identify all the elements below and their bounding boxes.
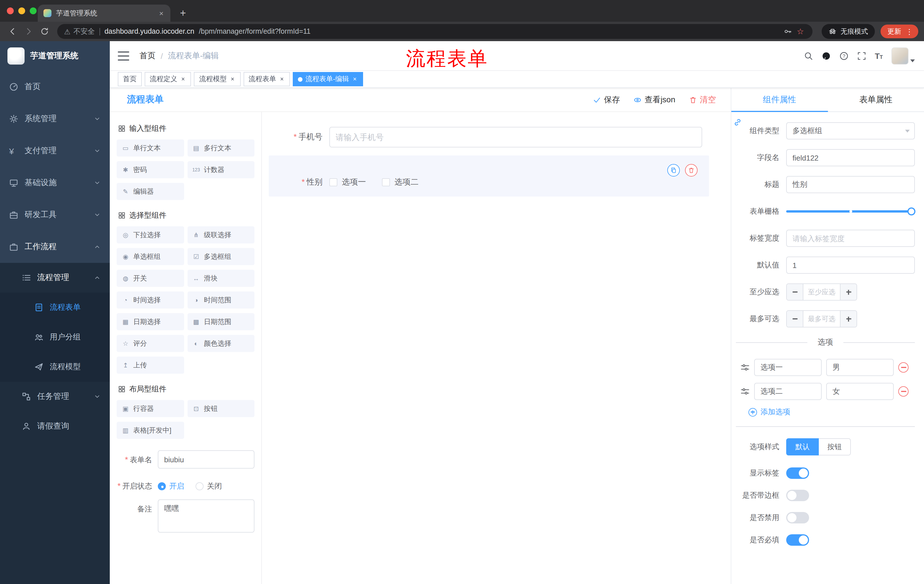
sidebar-item-workflow[interactable]: 工作流程 <box>0 231 110 263</box>
canvas-field-gender[interactable]: *性别 选项一 选项二 <box>269 155 709 197</box>
palette-item-row-container[interactable]: ▣行容器 <box>117 400 184 417</box>
new-tab-button[interactable]: + <box>175 5 191 21</box>
gender-option-1-checkbox[interactable]: 选项一 <box>329 177 366 188</box>
sidebar-item-infrastructure[interactable]: 基础设施 <box>0 167 110 199</box>
tab-component-props[interactable]: 组件属性 <box>731 88 828 112</box>
palette-item-select[interactable]: ◎下拉选择 <box>117 226 184 243</box>
sidebar-item-system[interactable]: 系统管理 <box>0 103 110 135</box>
tab-close-icon[interactable]: × <box>158 9 165 17</box>
title-input[interactable] <box>786 176 915 193</box>
disabled-toggle[interactable] <box>786 512 809 523</box>
zoom-window-button[interactable] <box>30 7 36 14</box>
user-menu[interactable] <box>891 47 915 64</box>
password-key-icon[interactable] <box>784 28 792 35</box>
sidebar-item-task-management[interactable]: 任务管理 <box>0 382 110 411</box>
palette-item-table[interactable]: ▥表格[开发中] <box>117 422 184 439</box>
option-value-input[interactable] <box>826 359 894 376</box>
link-icon[interactable] <box>733 118 742 128</box>
tag-home[interactable]: 首页 <box>118 72 142 86</box>
border-toggle[interactable] <box>786 490 809 501</box>
style-default-button[interactable]: 默认 <box>786 438 819 456</box>
sidebar-item-process-form[interactable]: 流程表单 <box>0 293 110 322</box>
field-name-input[interactable] <box>786 149 915 166</box>
palette-item-color-picker[interactable]: ◐颜色选择 <box>187 335 254 352</box>
bookmark-star-icon[interactable]: ☆ <box>797 27 804 36</box>
palette-item-editor[interactable]: ✎编辑器 <box>117 183 184 200</box>
help-icon[interactable]: ? <box>839 51 848 60</box>
palette-item-time-range[interactable]: ◑时间范围 <box>187 291 254 309</box>
tag-process-model[interactable]: 流程模型 × <box>194 72 241 86</box>
required-toggle[interactable] <box>786 534 809 546</box>
delete-field-icon[interactable] <box>685 164 698 176</box>
tag-process-form-edit[interactable]: 流程表单-编辑 × <box>293 72 363 86</box>
max-select-value[interactable]: 最多可选 <box>804 311 840 327</box>
option-value-input[interactable] <box>826 383 894 400</box>
browser-update-button[interactable]: 更新 ⋮ <box>881 25 918 38</box>
plus-button[interactable] <box>840 284 856 300</box>
plus-button[interactable] <box>840 311 856 327</box>
close-window-button[interactable] <box>7 7 14 14</box>
view-json-button[interactable]: 查看json <box>634 95 675 105</box>
address-bar[interactable]: ⚠ 不安全 dashboard.yudao.iocoder.cn/bpm/man… <box>57 24 812 39</box>
show-label-toggle[interactable] <box>786 467 809 479</box>
palette-item-upload[interactable]: ↥上传 <box>117 357 184 374</box>
slider-handle[interactable] <box>908 207 916 216</box>
hamburger-icon[interactable] <box>118 51 129 60</box>
tab-form-props[interactable]: 表单属性 <box>828 88 924 112</box>
sidebar-item-user-groups[interactable]: 用户分组 <box>0 322 110 352</box>
palette-item-checkbox-group[interactable]: ☑多选框组 <box>187 248 254 265</box>
close-icon[interactable]: × <box>229 76 236 83</box>
tag-process-definition[interactable]: 流程定义 × <box>145 72 191 86</box>
palette-item-button[interactable]: ⊡按钮 <box>187 400 254 417</box>
reload-icon[interactable] <box>38 25 51 38</box>
sidebar-item-leave-query[interactable]: 请假查询 <box>0 411 110 441</box>
style-button-button[interactable]: 按钮 <box>819 438 851 456</box>
remove-option-icon[interactable] <box>898 386 909 396</box>
minimize-window-button[interactable] <box>18 7 25 14</box>
clear-button[interactable]: 清空 <box>689 95 716 105</box>
form-name-input[interactable] <box>158 450 254 469</box>
status-off-radio[interactable]: 关闭 <box>196 481 222 492</box>
form-remark-textarea[interactable]: 嘿嘿 <box>158 499 254 533</box>
drag-handle-icon[interactable] <box>741 363 750 372</box>
fullscreen-icon[interactable] <box>857 51 866 60</box>
minus-button[interactable] <box>787 284 804 300</box>
browser-tab[interactable]: 芋道管理系统 × <box>38 5 170 22</box>
label-width-input[interactable] <box>786 230 915 247</box>
app-logo[interactable]: 芋道管理系统 <box>0 41 110 71</box>
browser-menu-icon[interactable]: ⋮ <box>904 27 915 36</box>
palette-item-radio-group[interactable]: ◉单选框组 <box>117 248 184 265</box>
option-name-input[interactable] <box>754 383 822 400</box>
save-button[interactable]: 保存 <box>593 95 620 105</box>
sidebar-item-payment[interactable]: ¥ 支付管理 <box>0 135 110 167</box>
palette-item-textarea[interactable]: ▤多行文本 <box>187 140 254 156</box>
palette-item-slider[interactable]: ↔滑块 <box>187 270 254 287</box>
status-on-radio[interactable]: 开启 <box>158 481 184 492</box>
palette-item-time-picker[interactable]: ◔时间选择 <box>117 291 184 309</box>
palette-item-date-picker[interactable]: ▦日期选择 <box>117 313 184 330</box>
sidebar-item-process-model[interactable]: 流程模型 <box>0 352 110 382</box>
sidebar-item-home[interactable]: 首页 <box>0 71 110 103</box>
font-size-icon[interactable]: TT <box>875 52 883 60</box>
drag-handle-icon[interactable] <box>741 387 750 396</box>
palette-item-password[interactable]: ✱密码 <box>117 161 184 178</box>
component-type-select[interactable] <box>786 122 915 140</box>
palette-item-switch[interactable]: ◍开关 <box>117 270 184 287</box>
sidebar-item-dev-tools[interactable]: 研发工具 <box>0 199 110 231</box>
close-icon[interactable]: × <box>279 76 285 83</box>
form-canvas[interactable]: *手机号 *性别 <box>262 112 731 584</box>
add-option-button[interactable]: 添加选项 <box>749 407 915 417</box>
min-select-value[interactable]: 至少应选 <box>804 284 840 300</box>
close-icon[interactable]: × <box>180 76 186 83</box>
back-icon[interactable] <box>6 25 20 38</box>
breadcrumb-home[interactable]: 首页 <box>140 51 155 61</box>
remove-option-icon[interactable] <box>898 362 909 373</box>
palette-item-single-line[interactable]: ▭单行文本 <box>117 140 184 156</box>
site-security-chip[interactable]: ⚠ 不安全 <box>64 26 95 36</box>
form-grid-slider[interactable] <box>786 203 915 220</box>
phone-input[interactable] <box>329 127 702 147</box>
close-icon[interactable]: × <box>352 76 358 83</box>
gender-option-2-checkbox[interactable]: 选项二 <box>382 177 419 188</box>
search-icon[interactable] <box>804 51 813 60</box>
minus-button[interactable] <box>787 311 804 327</box>
